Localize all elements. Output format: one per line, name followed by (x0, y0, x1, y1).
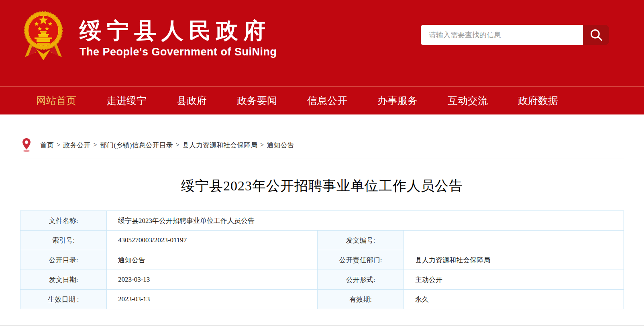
meta-value-validity: 永久 (404, 290, 624, 309)
page-title: 绥宁县2023年公开招聘事业单位工作人员公告 (20, 177, 624, 195)
content: 首页 > 政务公开 > 部门(乡镇)信息公开目录 > 县人力资源和社会保障局 >… (20, 114, 624, 309)
nav-item-interaction[interactable]: 互动交流 (448, 94, 488, 107)
nav-item-home[interactable]: 网站首页 (36, 94, 76, 107)
nav-item-gov-data[interactable]: 政府数据 (518, 94, 558, 107)
site-subtitle: The People's Government of SuiNing (79, 46, 277, 58)
meta-label-dept: 公开责任部门: (318, 250, 404, 270)
meta-value-issue-date: 2023-03-13 (107, 270, 318, 290)
meta-label-catalog: 公开目录: (20, 250, 107, 270)
meta-label-doc-number: 发文编号: (318, 231, 404, 250)
brand: 绥宁县人民政府 The People's Government of SuiNi… (23, 6, 277, 64)
nav-item-county-gov[interactable]: 县政府 (177, 94, 207, 107)
meta-label-index-number: 索引号: (20, 231, 107, 250)
meta-value-effective-date: 2023-03-13 (107, 290, 318, 309)
breadcrumb-separator: > (57, 141, 61, 149)
nav-item-gov-news[interactable]: 政务要闻 (237, 94, 277, 107)
meta-value-file-name: 绥宁县2023年公开招聘事业单位工作人员公告 (107, 211, 624, 231)
search-button[interactable] (583, 25, 609, 45)
meta-label-open-form: 公开形式: (318, 270, 404, 290)
meta-value-doc-number (404, 231, 624, 250)
breadcrumb-item-notices[interactable]: 通知公告 (267, 141, 294, 150)
breadcrumb-item-gov-info[interactable]: 政务公开 (63, 141, 91, 150)
site-header: 绥宁县人民政府 The People's Government of SuiNi… (0, 0, 644, 86)
nav-item-services[interactable]: 办事服务 (377, 94, 418, 107)
document-meta-table: 文件名称: 绥宁县2023年公开招聘事业单位工作人员公告 索引号: 430527… (20, 210, 624, 309)
breadcrumb-item-home[interactable]: 首页 (40, 141, 54, 150)
table-row-file-name: 文件名称: 绥宁县2023年公开招聘事业单位工作人员公告 (20, 211, 624, 231)
meta-label-validity: 有效期: (318, 290, 404, 309)
page: 绥宁县人民政府 The People's Government of SuiNi… (0, 0, 644, 329)
breadcrumb-separator: > (94, 141, 98, 149)
table-row-effective-date: 生效日期 : 2023-03-13 有效期: 永久 (20, 290, 624, 309)
breadcrumb: 首页 > 政务公开 > 部门(乡镇)信息公开目录 > 县人力资源和社会保障局 >… (20, 114, 624, 159)
site-title: 绥宁县人民政府 (79, 18, 277, 43)
meta-label-file-name: 文件名称: (20, 211, 107, 231)
bottom-divider (0, 325, 644, 326)
meta-label-issue-date: 发文日期: (20, 270, 107, 290)
search-input[interactable] (421, 25, 583, 45)
table-row-index-number: 索引号: 4305270003/2023-01197 发文编号: (20, 231, 624, 250)
meta-value-index-number: 4305270003/2023-01197 (107, 231, 318, 250)
location-pin-icon (22, 138, 31, 152)
breadcrumb-separator: > (176, 141, 180, 149)
meta-value-open-form: 主动公开 (404, 270, 624, 290)
brand-text: 绥宁县人民政府 The People's Government of SuiNi… (79, 11, 277, 58)
search-bar (421, 25, 609, 45)
search-icon (589, 28, 603, 42)
nav-item-about-suining[interactable]: 走进绥宁 (106, 94, 147, 107)
breadcrumb-item-hr-bureau[interactable]: 县人力资源和社会保障局 (182, 141, 257, 150)
breadcrumb-item-directory[interactable]: 部门(乡镇)信息公开目录 (100, 141, 173, 150)
national-emblem-logo (23, 6, 63, 64)
meta-label-effective-date: 生效日期 : (20, 290, 107, 309)
table-row-catalog: 公开目录: 通知公告 公开责任部门: 县人力资源和社会保障局 (20, 250, 624, 270)
table-row-issue-date: 发文日期: 2023-03-13 公开形式: 主动公开 (20, 270, 624, 290)
nav-item-info-disclosure[interactable]: 信息公开 (307, 94, 347, 107)
main-nav: 网站首页 走进绥宁 县政府 政务要闻 信息公开 办事服务 互动交流 政府数据 (0, 86, 644, 114)
meta-value-dept: 县人力资源和社会保障局 (404, 250, 624, 270)
breadcrumb-separator: > (260, 141, 264, 149)
meta-value-catalog: 通知公告 (107, 250, 318, 270)
